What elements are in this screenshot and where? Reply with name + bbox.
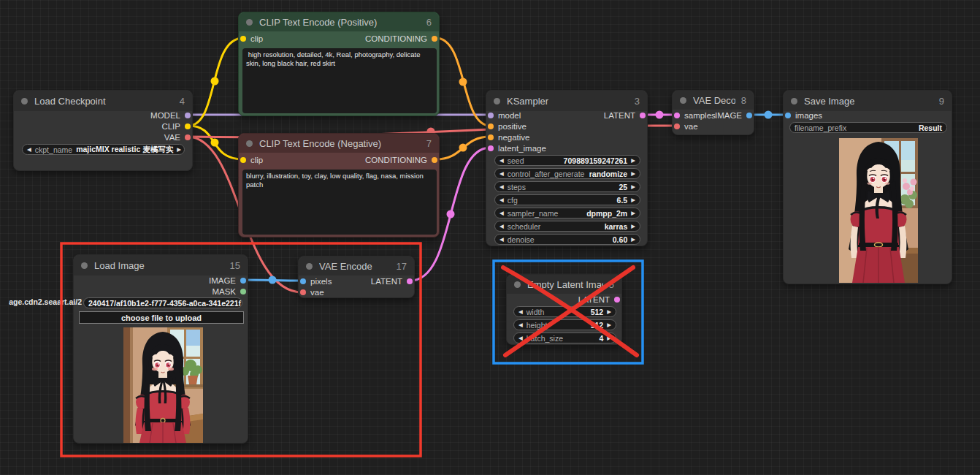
node-clip-text-encode-positive[interactable]: CLIP Text Encode (Positive) 6 clip CONDI… [238, 12, 440, 116]
widget-seed[interactable]: ◀ seed 709889159247261 ▶ [494, 155, 640, 166]
input-slot-model[interactable]: model [488, 110, 521, 121]
latent-port-dot[interactable] [640, 113, 646, 118]
node-titlebar[interactable]: Empty Latent Image 5 [507, 275, 621, 294]
decrement-arrow-icon[interactable]: ◀ [499, 158, 504, 164]
increment-arrow-icon[interactable]: ▶ [607, 335, 611, 341]
collapse-dot-icon[interactable] [494, 98, 500, 104]
node-titlebar[interactable]: KSampler 3 [486, 91, 647, 111]
widget-ckpt-name[interactable]: ◀ ckpt_name majicMIX realistic 麦橘写实 ▶ [22, 144, 185, 155]
widget-batch-size[interactable]: ◀ batch_size 4 ▶ [513, 332, 616, 343]
clip-port-dot[interactable] [240, 157, 246, 163]
model-port-dot[interactable] [488, 113, 494, 118]
output-slot-latent[interactable]: LATENT [604, 110, 646, 121]
input-slot-samples[interactable]: samples [674, 110, 716, 121]
decrement-arrow-icon[interactable]: ◀ [518, 322, 523, 328]
conditioning-port-dot[interactable] [432, 157, 437, 163]
collapse-dot-icon[interactable] [21, 98, 28, 104]
conditioning-port-dot[interactable] [488, 123, 494, 129]
decrement-arrow-icon[interactable]: ◀ [499, 197, 504, 203]
output-slot-conditioning[interactable]: CONDITIONING [365, 155, 437, 165]
output-slot-mask[interactable]: MASK [212, 286, 246, 297]
node-load-image[interactable]: Load Image 15 IMAGE MASK 240417/af10b1e2… [73, 254, 248, 444]
widget-image-filename[interactable]: 240417/af10b1e2-f777-4356-a0ca-341e221f7… [83, 297, 242, 308]
widget-sampler-name[interactable]: ◀ sampler_name dpmpp_2m ▶ [494, 208, 640, 218]
widget-control-after-generate[interactable]: ◀ control_after_generate randomize ▶ [494, 168, 640, 179]
widget-height[interactable]: ◀ height 512 ▶ [513, 319, 616, 330]
node-titlebar[interactable]: VAE Decode 8 [673, 91, 754, 110]
widget-width[interactable]: ◀ width 512 ▶ [513, 306, 616, 317]
vae-port-dot[interactable] [674, 123, 680, 129]
mask-port-dot[interactable] [240, 289, 246, 294]
input-slot-images[interactable]: images [785, 110, 822, 121]
input-slot-clip[interactable]: clip [240, 155, 263, 165]
latent-port-dot[interactable] [674, 113, 680, 118]
decrement-arrow-icon[interactable]: ◀ [499, 184, 504, 190]
increment-arrow-icon[interactable]: ▶ [607, 309, 611, 315]
output-slot-clip[interactable]: CLIP [161, 121, 191, 132]
node-clip-text-encode-negative[interactable]: CLIP Text Encode (Negative) 7 clip CONDI… [238, 133, 440, 238]
output-slot-model[interactable]: MODEL [150, 110, 191, 121]
clip-port-dot[interactable] [240, 36, 246, 42]
latent-port-dot[interactable] [488, 145, 494, 151]
latent-port-dot[interactable] [614, 297, 620, 303]
widget-denoise[interactable]: ◀ denoise 0.60 ▶ [494, 234, 640, 245]
node-save-image[interactable]: Save Image 9 images filename_prefix Resu… [783, 90, 952, 284]
input-slot-latent-image[interactable]: latent_image [488, 143, 546, 153]
widget-steps[interactable]: ◀ steps 25 ▶ [494, 181, 640, 192]
decrement-arrow-icon[interactable]: ◀ [499, 237, 504, 243]
increment-arrow-icon[interactable]: ▶ [631, 210, 635, 216]
upload-button[interactable]: choose file to upload [79, 311, 244, 324]
increment-arrow-icon[interactable]: ▶ [177, 147, 181, 153]
node-titlebar[interactable]: VAE Encode 17 [299, 256, 414, 276]
image-port-dot[interactable] [240, 278, 246, 284]
widget-scheduler[interactable]: ◀ scheduler karras ▶ [494, 221, 640, 232]
node-titlebar[interactable]: CLIP Text Encode (Negative) 7 [239, 134, 439, 153]
node-vae-encode[interactable]: VAE Encode 17 pixels vae LATENT [298, 256, 415, 298]
collapse-dot-icon[interactable] [246, 19, 253, 26]
input-slot-vae[interactable]: vae [674, 121, 698, 132]
widget-filename-prefix[interactable]: filename_prefix Result [789, 122, 947, 133]
decrement-arrow-icon[interactable]: ◀ [518, 309, 523, 315]
vae-port-dot[interactable] [185, 134, 191, 140]
image-port-dot[interactable] [746, 113, 752, 118]
output-slot-conditioning[interactable]: CONDITIONING [365, 34, 437, 44]
increment-arrow-icon[interactable]: ▶ [631, 197, 635, 203]
collapse-dot-icon[interactable] [514, 281, 521, 288]
negative-prompt-textarea[interactable]: blurry, illustration, toy, clay, low qua… [242, 170, 437, 235]
decrement-arrow-icon[interactable]: ◀ [499, 171, 504, 177]
conditioning-port-dot[interactable] [488, 134, 494, 140]
node-ksampler[interactable]: KSampler 3 model positive negative laten… [486, 90, 648, 246]
decrement-arrow-icon[interactable]: ◀ [518, 335, 523, 341]
increment-arrow-icon[interactable]: ▶ [631, 184, 635, 190]
latent-port-dot[interactable] [407, 278, 413, 284]
increment-arrow-icon[interactable]: ▶ [631, 224, 635, 229]
decrement-arrow-icon[interactable]: ◀ [499, 210, 504, 216]
clip-port-dot[interactable] [185, 123, 191, 129]
input-slot-vae[interactable]: vae [300, 287, 324, 297]
decrement-arrow-icon[interactable]: ◀ [499, 224, 504, 229]
image-port-dot[interactable] [300, 278, 306, 284]
output-slot-image[interactable]: IMAGE [715, 110, 752, 121]
output-slot-latent[interactable]: LATENT [371, 276, 413, 286]
collapse-dot-icon[interactable] [306, 263, 313, 270]
input-slot-clip[interactable]: clip [240, 34, 263, 44]
model-port-dot[interactable] [185, 113, 191, 118]
image-port-dot[interactable] [785, 113, 791, 118]
input-slot-negative[interactable]: negative [488, 132, 529, 142]
collapse-dot-icon[interactable] [81, 262, 88, 269]
node-titlebar[interactable]: CLIP Text Encode (Positive) 6 [239, 12, 439, 31]
collapse-dot-icon[interactable] [680, 97, 686, 104]
vae-port-dot[interactable] [300, 289, 306, 295]
increment-arrow-icon[interactable]: ▶ [631, 237, 635, 243]
input-slot-positive[interactable]: positive [488, 121, 527, 132]
node-graph-canvas[interactable]: Load Checkpoint 4 MODEL CLIP VAE ◀ ckpt_… [0, 0, 980, 475]
output-slot-latent[interactable]: LATENT [578, 294, 620, 305]
conditioning-port-dot[interactable] [432, 36, 437, 42]
node-load-checkpoint[interactable]: Load Checkpoint 4 MODEL CLIP VAE ◀ ckpt_… [13, 90, 193, 171]
increment-arrow-icon[interactable]: ▶ [631, 171, 635, 177]
output-slot-vae[interactable]: VAE [164, 132, 191, 142]
positive-prompt-textarea[interactable]: high resolution, detailed, 4k, Real, pho… [242, 48, 437, 113]
collapse-dot-icon[interactable] [246, 140, 253, 147]
decrement-arrow-icon[interactable]: ◀ [27, 147, 31, 153]
node-titlebar[interactable]: Load Checkpoint 4 [14, 91, 192, 111]
